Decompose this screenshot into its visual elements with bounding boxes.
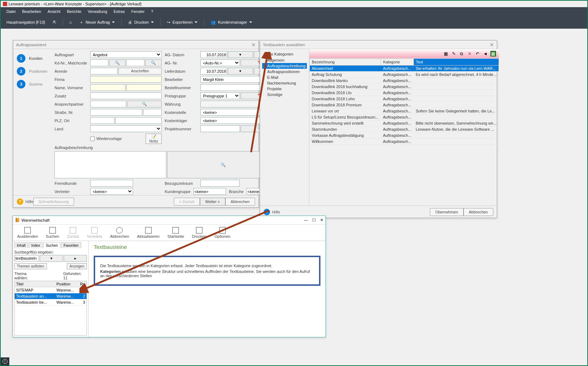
table-row[interactable]: Auftrag SchulungAuftragsbesch...Es wird … xyxy=(310,72,499,78)
agdatum-input[interactable] xyxy=(200,51,227,58)
table-row[interactable]: Downloadlink 2018 LfoAuftragsbesch... xyxy=(310,90,499,96)
close-icon[interactable]: ✕ xyxy=(251,42,256,48)
hausnr-input[interactable] xyxy=(143,109,162,116)
agnr-select[interactable]: <Auto-Nr.> xyxy=(200,59,240,66)
menu-help[interactable]: ? xyxy=(148,8,156,15)
tree-root[interactable]: ▾ Alle Kategorien xyxy=(262,51,307,57)
wiedervorlage-checkbox[interactable] xyxy=(90,136,95,141)
help-link[interactable]: ?Hilfe xyxy=(264,209,280,215)
ausblenden-button[interactable]: Ausblenden xyxy=(17,227,38,239)
menu-extras[interactable]: Extras xyxy=(111,8,128,15)
menu-fenster[interactable]: Fenster xyxy=(128,8,147,15)
ort-input[interactable] xyxy=(115,117,162,124)
strasse-input[interactable] xyxy=(90,109,142,116)
step-kunden[interactable]: 1Kunden xyxy=(13,52,51,65)
matchcode-input[interactable] xyxy=(126,59,144,66)
date-stepper-icon[interactable]: ▾ xyxy=(228,51,253,58)
search-icon[interactable]: 🔍 xyxy=(109,59,126,66)
table-row[interactable]: Downlaodlink blankoAuftragsbesch... xyxy=(310,78,499,84)
step-positionen[interactable]: 2Positionen xyxy=(13,65,51,78)
land-select[interactable] xyxy=(90,125,162,132)
startseite-button[interactable]: Startseite xyxy=(167,227,184,239)
alert-icon[interactable]: ! xyxy=(3,359,8,364)
anzeigen-button[interactable]: Anzeigen xyxy=(67,263,87,269)
tree-item[interactable]: Projekte xyxy=(262,86,307,92)
list-item[interactable]: SITEMAPWarenw...1 xyxy=(15,287,87,293)
col-bezeichnung[interactable]: Bezeichnung xyxy=(310,59,381,66)
customer-manager-button[interactable]: 👥 Kundenmanager xyxy=(209,19,253,26)
table-row[interactable]: Sammelrechnung wird erstelltAuftragsbesc… xyxy=(310,120,499,126)
tree-item[interactable]: Nachbemerkung xyxy=(262,80,307,86)
new-icon[interactable]: ▦ xyxy=(443,51,449,57)
tab-suchen[interactable]: Suchen xyxy=(43,242,60,248)
themen-auflisten-button[interactable]: Themen auflisten xyxy=(14,263,47,269)
excel-icon[interactable]: ▦ xyxy=(490,51,496,57)
tree-item[interactable]: Allgemein xyxy=(262,57,307,63)
name-input[interactable] xyxy=(90,84,126,91)
uebernehmen-button[interactable]: Übernehmen xyxy=(430,208,464,216)
tab-inhalt[interactable]: Inhalt xyxy=(14,242,28,248)
menu-datei[interactable]: Datei xyxy=(4,8,19,15)
weiter-button[interactable]: Weiter > xyxy=(200,198,225,206)
table-row[interactable]: AbowechselAuftragsbesch...Sie erhalten I… xyxy=(310,66,499,72)
table-row[interactable]: Lexware vor ortAuftragsbesch...Sofern Si… xyxy=(310,108,499,114)
plz-input[interactable] xyxy=(90,117,114,124)
tb-grid[interactable]: Bezeichnung Kategorie Text AbowechselAuf… xyxy=(309,58,499,206)
drucken-button[interactable]: Drucken xyxy=(192,227,207,239)
fremdkunde-input[interactable] xyxy=(90,180,133,187)
close-icon[interactable]: ✕ xyxy=(490,42,494,48)
menu-ansicht[interactable]: Ansicht xyxy=(45,8,63,15)
search-icon[interactable]: 🔍 xyxy=(145,59,162,66)
tree-item[interactable]: Auftragspositionen xyxy=(262,69,307,74)
table-row[interactable]: LS für Setup/Lizenz Bezugszeitraum...Auf… xyxy=(310,114,499,120)
list-item[interactable]: Textbaustein an...Warenw...2 xyxy=(15,293,87,299)
close-icon[interactable]: ✕ xyxy=(320,218,323,222)
pin-icon[interactable]: ⇱ xyxy=(52,19,58,26)
tree-item[interactable]: Auftragsbeschreibung xyxy=(262,63,307,69)
kundengruppe-input[interactable] xyxy=(193,188,226,195)
preisgruppe-select[interactable]: Preisgruppe 1 xyxy=(200,92,240,99)
table-row[interactable]: Vorkasse AuftragsbestätigungAuftragsbesc… xyxy=(310,133,499,139)
anrede-input[interactable] xyxy=(90,68,118,74)
abbrechen-button[interactable]: Abbrechen xyxy=(464,208,493,216)
delete-icon[interactable]: ✕ xyxy=(467,51,472,57)
edit-icon[interactable]: ✎ xyxy=(451,51,457,57)
zusatz-input[interactable] xyxy=(90,92,162,99)
copy-icon[interactable]: ⧉ xyxy=(459,51,465,57)
list-item[interactable]: Textbaustein be...Warenw...3 xyxy=(15,299,87,305)
abbrechen-button[interactable]: Abbrechen xyxy=(225,198,255,206)
table-row[interactable]: Downloadlink 2018 LohnAuftragsbesch... xyxy=(310,96,499,102)
search-icon[interactable]: 🔍 xyxy=(127,101,162,107)
home-icon[interactable]: ⌂ xyxy=(68,19,73,26)
back-icon[interactable]: ◄ xyxy=(482,51,488,57)
help-result-list[interactable]: TitelPositionRa SITEMAPWarenw...1Textbau… xyxy=(14,281,87,336)
projektnummer-input[interactable] xyxy=(200,125,240,132)
table-row[interactable]: StammkundenAuftragsbesch...Lexware-Nutze… xyxy=(310,126,499,133)
main-nav-button[interactable]: Hauptnavigation [F10] xyxy=(5,19,46,26)
col-kategorie[interactable]: Kategorie xyxy=(381,59,414,66)
search-input[interactable] xyxy=(14,255,39,261)
step-summe[interactable]: 3Summe xyxy=(13,78,51,91)
tree-item[interactable]: Sonstige xyxy=(262,92,307,97)
suchen-button[interactable]: Suchen xyxy=(46,227,59,239)
aktualisieren-button[interactable]: Aktualisieren xyxy=(137,227,160,239)
tab-index[interactable]: Index xyxy=(29,242,42,248)
col-text[interactable]: Text xyxy=(413,59,499,66)
table-row[interactable]: WillkommenAuftragsbesch... xyxy=(310,139,499,145)
notiz-button[interactable]: 📝 Notiz xyxy=(146,134,162,144)
chevron-right-icon[interactable]: ▸ xyxy=(64,255,87,262)
menu-verwaltung[interactable]: Verwaltung xyxy=(85,8,110,15)
export-button[interactable]: ↪ Exportieren xyxy=(166,19,199,26)
date-stepper-icon[interactable]: ▾ xyxy=(228,68,253,74)
minimize-icon[interactable]: — xyxy=(304,218,308,222)
chevron-down-icon[interactable]: ▾ xyxy=(40,255,63,262)
print-button[interactable]: 🖨 Drucken xyxy=(127,19,155,26)
schnellerfassung-button[interactable]: Schnellerfassung xyxy=(33,198,74,206)
lieferdatum-input[interactable] xyxy=(200,68,227,74)
new-order-button[interactable]: ＋ Neuer Auftrag xyxy=(78,18,116,27)
vorname-input[interactable] xyxy=(126,84,162,91)
undo-icon[interactable]: ↶ xyxy=(475,51,480,57)
tab-favoriten[interactable]: Favoriten xyxy=(61,242,81,248)
anschriften-button[interactable]: Anschriften xyxy=(118,68,162,74)
auftragsart-select[interactable]: Angebot xyxy=(90,51,162,58)
